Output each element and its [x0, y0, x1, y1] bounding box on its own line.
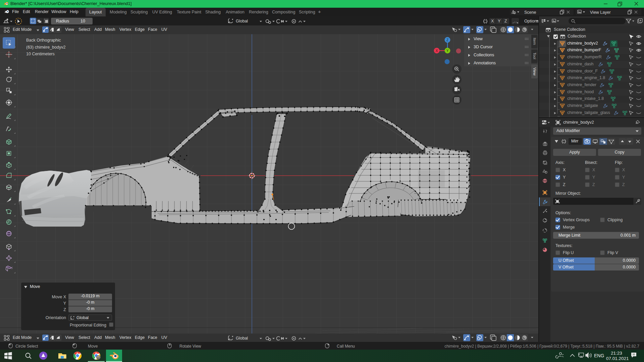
svg-text:ENG: ENG — [594, 353, 604, 358]
svg-text:X: X — [436, 49, 438, 53]
svg-text:21:23: 21:23 — [611, 351, 622, 356]
svg-text:Z: Z — [446, 38, 448, 42]
svg-text:07.01.2021: 07.01.2021 — [606, 356, 629, 361]
svg-text:Y: Y — [446, 49, 449, 53]
